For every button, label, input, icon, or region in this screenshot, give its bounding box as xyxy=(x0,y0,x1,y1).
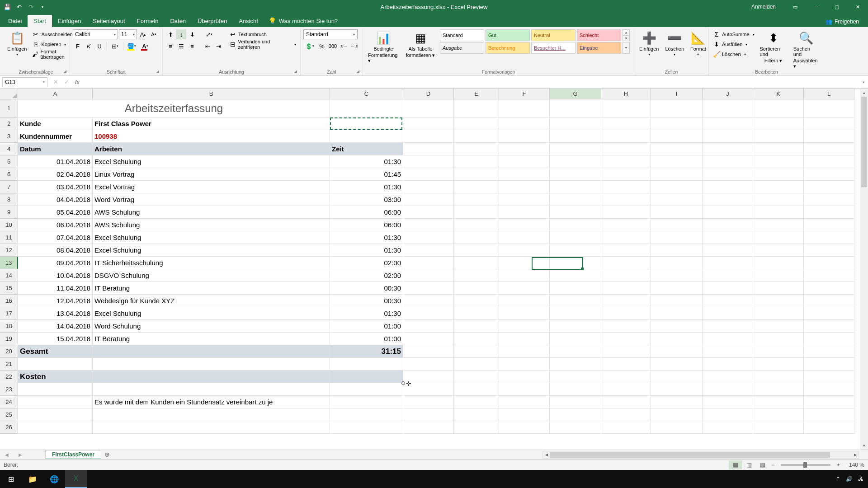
row-header-12[interactable]: 12 xyxy=(0,244,18,257)
cell[interactable] xyxy=(753,257,804,269)
cell[interactable] xyxy=(651,244,703,257)
cell[interactable] xyxy=(499,206,550,219)
cell[interactable] xyxy=(499,396,550,408)
cell[interactable] xyxy=(651,421,703,434)
cell[interactable] xyxy=(601,181,651,193)
cell[interactable] xyxy=(601,295,651,307)
cell[interactable] xyxy=(499,282,550,295)
col-header-B[interactable]: B xyxy=(93,89,330,99)
cell[interactable]: 00:30 xyxy=(330,295,403,307)
styles-scroll-down[interactable]: ▾ xyxy=(623,35,630,41)
cell[interactable] xyxy=(403,181,454,193)
cell[interactable] xyxy=(550,358,601,371)
number-launcher[interactable]: ◢ xyxy=(356,69,362,75)
cell[interactable] xyxy=(651,168,703,181)
tab-insert[interactable]: Einfügen xyxy=(52,15,87,27)
cell[interactable] xyxy=(804,320,854,333)
wrap-text-button[interactable]: ↩Textumbruch xyxy=(228,29,297,39)
col-header-E[interactable]: E xyxy=(454,89,499,99)
cell[interactable] xyxy=(703,181,753,193)
cell[interactable] xyxy=(403,383,454,396)
cell[interactable]: 01:30 xyxy=(330,231,403,244)
cell[interactable] xyxy=(454,333,499,345)
cell[interactable] xyxy=(499,383,550,396)
cell[interactable] xyxy=(550,193,601,206)
tab-pagelayout[interactable]: Seitenlayout xyxy=(87,15,131,27)
col-header-F[interactable]: F xyxy=(499,89,550,99)
cell[interactable] xyxy=(454,396,499,408)
cell[interactable] xyxy=(804,421,854,434)
cell[interactable] xyxy=(403,358,454,371)
cell[interactable] xyxy=(601,358,651,371)
cell[interactable] xyxy=(550,396,601,408)
cell[interactable] xyxy=(703,231,753,244)
format-as-table-button[interactable]: ▦ Als Tabelle formatieren ▾ xyxy=(403,29,438,60)
cell[interactable] xyxy=(804,307,854,320)
cell[interactable]: Kundennummer xyxy=(18,130,93,143)
orientation-button[interactable]: ⤢▾ xyxy=(203,29,215,39)
qat-customize-icon[interactable]: ▾ xyxy=(39,3,46,10)
cell[interactable] xyxy=(753,421,804,434)
cell[interactable] xyxy=(703,396,753,408)
cell[interactable] xyxy=(753,358,804,371)
cell-style-schlecht[interactable]: Schlecht xyxy=(577,29,621,41)
cell[interactable] xyxy=(703,358,753,371)
view-page-break-button[interactable]: ▤ xyxy=(756,460,769,469)
row-header-5[interactable]: 5 xyxy=(0,155,18,168)
cell[interactable] xyxy=(403,333,454,345)
cell[interactable] xyxy=(454,307,499,320)
cell[interactable] xyxy=(703,117,753,130)
row-header-4[interactable]: 4 xyxy=(0,143,18,155)
name-box[interactable]: G13▾ xyxy=(2,77,47,87)
cell[interactable] xyxy=(753,117,804,130)
cell[interactable] xyxy=(403,155,454,168)
cell[interactable]: DSGVO Schulung xyxy=(93,269,330,282)
view-page-layout-button[interactable]: ▥ xyxy=(742,460,756,469)
cell[interactable] xyxy=(601,269,651,282)
cell[interactable]: AWS Schulung xyxy=(93,206,330,219)
cell[interactable] xyxy=(703,257,753,269)
styles-scroll-up[interactable]: ▴ xyxy=(623,29,630,35)
cell[interactable]: Arbeiten xyxy=(93,143,330,155)
scroll-right-button[interactable]: ▶ xyxy=(852,451,859,458)
cell[interactable]: IT Beratung xyxy=(93,333,330,345)
cell[interactable]: Webdesign für Kunde XYZ xyxy=(93,295,330,307)
row-header-3[interactable]: 3 xyxy=(0,130,18,143)
cell[interactable] xyxy=(550,333,601,345)
cell[interactable] xyxy=(753,295,804,307)
cell[interactable] xyxy=(403,269,454,282)
copy-button[interactable]: ⎘Kopieren▾ xyxy=(31,39,74,49)
cell[interactable] xyxy=(651,181,703,193)
cell[interactable] xyxy=(499,117,550,130)
cell[interactable] xyxy=(403,244,454,257)
cell[interactable] xyxy=(804,99,854,117)
row-header-1[interactable]: 1 xyxy=(0,99,18,117)
cell[interactable] xyxy=(703,333,753,345)
cell[interactable] xyxy=(601,333,651,345)
maximize-button[interactable]: ▢ xyxy=(826,0,847,14)
cell[interactable] xyxy=(651,257,703,269)
cell[interactable] xyxy=(18,383,93,396)
select-all-corner[interactable] xyxy=(0,89,18,99)
autosum-button[interactable]: ΣAutoSumme▾ xyxy=(712,29,756,39)
cell[interactable] xyxy=(601,206,651,219)
row-header-10[interactable]: 10 xyxy=(0,219,18,231)
cell[interactable] xyxy=(454,295,499,307)
cell[interactable]: Kosten xyxy=(18,371,93,383)
cell[interactable] xyxy=(454,130,499,143)
cell[interactable] xyxy=(753,181,804,193)
hscroll-thumb[interactable] xyxy=(550,452,830,458)
cell[interactable]: 01:00 xyxy=(330,320,403,333)
cut-button[interactable]: ✂Ausschneiden xyxy=(31,29,74,39)
cell[interactable] xyxy=(550,231,601,244)
cell[interactable] xyxy=(403,231,454,244)
cell[interactable] xyxy=(804,219,854,231)
row-header-15[interactable]: 15 xyxy=(0,282,18,295)
cell[interactable] xyxy=(403,193,454,206)
cell[interactable] xyxy=(753,396,804,408)
cell[interactable]: 14.04.2018 xyxy=(18,320,93,333)
cell[interactable] xyxy=(403,421,454,434)
cell[interactable] xyxy=(403,396,454,408)
col-header-L[interactable]: L xyxy=(804,89,854,99)
cell[interactable]: Excel Vortrag xyxy=(93,181,330,193)
